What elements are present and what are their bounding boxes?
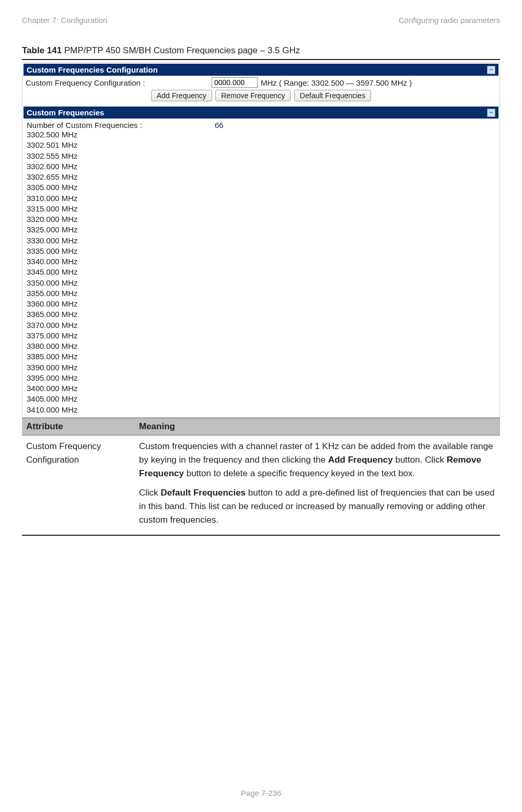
frequency-item: 3302.655 MHz: [27, 172, 495, 182]
frequency-list: 3302.500 MHz3302.501 MHz3302.555 MHz3302…: [27, 130, 495, 415]
frequency-item: 3302.500 MHz: [27, 130, 495, 140]
table-caption: Table 141 PMP/PTP 450 SM/BH Custom Frequ…: [22, 45, 500, 56]
button-row: Add Frequency Remove Frequency Default F…: [24, 90, 498, 102]
frequency-item: 3305.000 MHz: [27, 182, 495, 193]
range-text: MHz ( Range: 3302.500 — 3597.500 MHz ): [261, 78, 412, 87]
frequency-item: 3360.000 MHz: [27, 299, 495, 309]
page-header: Chapter 7: Configuration Configuring rad…: [22, 16, 500, 25]
frequency-item: 3355.000 MHz: [27, 288, 495, 299]
frequency-item: 3320.000 MHz: [27, 214, 495, 225]
table-row: Custom Frequency Configuration Custom fr…: [22, 435, 500, 535]
collapse-icon[interactable]: −: [487, 66, 495, 74]
attribute-table: Attribute Meaning Custom Frequency Confi…: [22, 418, 500, 536]
cell-attribute: Custom Frequency Configuration: [22, 435, 135, 535]
frequency-item: 3385.000 MHz: [27, 351, 495, 362]
table-number: Table 141: [22, 45, 62, 55]
p2-bold-default: Default Frequencies: [161, 488, 246, 498]
frequency-item: 3335.000 MHz: [27, 246, 495, 256]
frequencies-panel-body: Number of Custom Frequencies : 66 3302.5…: [24, 119, 498, 416]
frequency-item: 3325.000 MHz: [27, 225, 495, 235]
th-attribute: Attribute: [22, 418, 135, 435]
cell-meaning: Custom frequencies with a channel raster…: [135, 435, 500, 535]
frequency-item: 3310.000 MHz: [27, 193, 495, 204]
count-row: Number of Custom Frequencies : 66: [27, 121, 495, 130]
config-row: Custom Frequency Configuration : MHz ( R…: [24, 76, 498, 90]
frequency-item: 3380.000 MHz: [27, 341, 495, 351]
frequency-item: 3365.000 MHz: [27, 309, 495, 320]
frequencies-panel: Custom Frequencies − Number of Custom Fr…: [24, 107, 498, 416]
page-footer: Page 7-236: [0, 789, 522, 797]
header-right: Configuring radio parameters: [399, 16, 500, 25]
table-caption-text: PMP/PTP 450 SM/BH Custom Frequencies pag…: [62, 45, 300, 55]
p1-bold-add: Add Frequency: [328, 455, 393, 465]
frequency-item: 3410.000 MHz: [27, 405, 495, 415]
count-value: 66: [215, 121, 224, 130]
frequency-item: 3370.000 MHz: [27, 320, 495, 331]
p2-pre: Click: [139, 488, 161, 498]
frequency-item: 3302.501 MHz: [27, 140, 495, 150]
frequencies-panel-header: Custom Frequencies −: [24, 107, 498, 119]
config-panel-header: Custom Frequencies Configuration −: [24, 64, 498, 76]
frequency-item: 3330.000 MHz: [27, 236, 495, 246]
frequency-item: 3395.000 MHz: [27, 373, 495, 383]
config-label: Custom Frequency Configuration :: [26, 78, 208, 87]
count-label: Number of Custom Frequencies :: [27, 121, 215, 130]
screenshot-region: Custom Frequencies Configuration − Custo…: [22, 62, 500, 418]
p1-post: button to delete a specific frequency ke…: [184, 468, 415, 478]
header-left: Chapter 7: Configuration: [22, 16, 107, 25]
p1-mid: button. Click: [393, 455, 447, 465]
collapse-icon[interactable]: −: [487, 109, 495, 117]
remove-frequency-button[interactable]: Remove Frequency: [215, 90, 291, 101]
frequency-item: 3302.555 MHz: [27, 151, 495, 161]
frequency-item: 3345.000 MHz: [27, 267, 495, 277]
frequency-item: 3302.600 MHz: [27, 161, 495, 172]
frequency-item: 3375.000 MHz: [27, 331, 495, 341]
frequency-item: 3390.000 MHz: [27, 362, 495, 373]
frequency-item: 3340.000 MHz: [27, 256, 495, 267]
th-meaning: Meaning: [135, 418, 500, 435]
add-frequency-button[interactable]: Add Frequency: [151, 90, 212, 101]
caption-rule: [22, 59, 500, 60]
frequency-item: 3405.000 MHz: [27, 394, 495, 404]
default-frequencies-button[interactable]: Default Frequencies: [294, 90, 371, 101]
frequency-item: 3315.000 MHz: [27, 204, 495, 214]
frequency-input[interactable]: [212, 77, 258, 88]
config-panel-title: Custom Frequencies Configuration: [27, 65, 158, 74]
frequency-item: 3400.000 MHz: [27, 383, 495, 394]
frequencies-panel-title: Custom Frequencies: [27, 108, 104, 117]
frequency-item: 3350.000 MHz: [27, 278, 495, 288]
